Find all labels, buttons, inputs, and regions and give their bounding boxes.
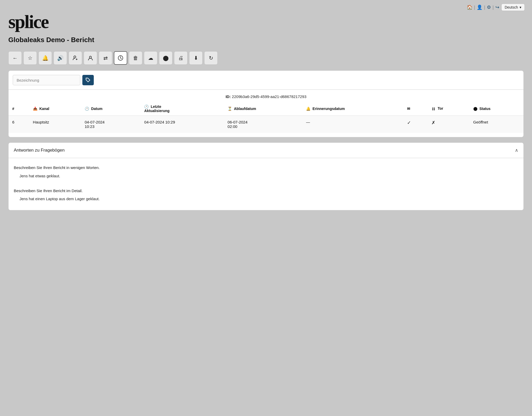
col-kanal: 📥 Kanal	[29, 102, 81, 116]
table-header-row: # 📥 Kanal 🕐 Datum 🕐 LetzteAktualisierung	[9, 102, 523, 116]
logout-icon[interactable]: ↪	[495, 4, 499, 10]
question-2: Beschreiben Sie Ihren Bericht im Detail.	[14, 187, 518, 194]
col-datum: 🕐 Datum	[81, 102, 141, 116]
language-label: Deutsch	[505, 5, 518, 9]
home-icon[interactable]: 🏠	[467, 4, 473, 10]
search-input[interactable]	[13, 75, 80, 85]
print-button[interactable]: 🖨	[174, 51, 188, 65]
user-icon[interactable]: 👤	[477, 4, 482, 10]
col-email: ✉	[403, 102, 428, 116]
cell-num: 6	[9, 116, 29, 133]
question-1: Beschreiben Sie Ihren Bericht in wenigen…	[14, 164, 518, 171]
svg-point-0	[74, 56, 76, 58]
col-letzte: 🕐 LetzteAktualisierung	[141, 102, 224, 116]
cell-datum: 04-07-202410:23	[81, 116, 141, 133]
svg-rect-6	[432, 108, 433, 109]
hourglass-icon: ⏳	[228, 107, 232, 111]
bell-button[interactable]: 🔔	[38, 51, 52, 65]
download-button[interactable]: ⬇	[189, 51, 203, 65]
trash-button[interactable]: 🗑	[129, 51, 142, 65]
add-user-button[interactable]	[69, 51, 82, 65]
tor-label: Tor	[438, 106, 443, 110]
page-title: Globaleaks Demo - Bericht	[8, 36, 524, 44]
separator-3: |	[493, 5, 494, 10]
circle-status-icon: ⬤	[473, 107, 477, 111]
main-content: splice Globaleaks Demo - Bericht ← ☆ 🔔 🔊…	[0, 12, 532, 219]
svg-rect-8	[432, 109, 433, 110]
svg-rect-7	[434, 108, 435, 109]
cell-letzte: 04-07-2024 10:29	[141, 116, 224, 133]
collapse-icon: ∧	[515, 147, 518, 153]
section-content: Beschreiben Sie Ihren Bericht in wenigen…	[8, 158, 524, 210]
separator-2: |	[484, 5, 485, 10]
svg-rect-9	[434, 109, 435, 110]
svg-point-5	[87, 79, 87, 79]
cell-ablauf: 06-07-202402:00	[224, 116, 302, 133]
app-logo: splice	[8, 12, 524, 31]
inbox-icon: 📥	[33, 107, 37, 111]
hash-label: #	[12, 107, 14, 111]
svg-point-3	[89, 56, 91, 58]
circle-button[interactable]: ⬤	[159, 51, 172, 65]
kanal-label: Kanal	[39, 107, 49, 111]
col-erinnerung: 🔔 Erinnerungsdatum	[302, 102, 403, 116]
erinnerung-label: Erinnerungsdatum	[312, 107, 345, 111]
star-button[interactable]: ☆	[23, 51, 37, 65]
separator-1: |	[474, 5, 475, 10]
answer-2: Jens hat einen Laptop aus dem Lager gekl…	[19, 196, 518, 202]
cell-kanal: Hauptsitz	[29, 116, 81, 133]
col-num: #	[9, 102, 29, 116]
speaker-button[interactable]: 🔊	[54, 51, 67, 65]
tor-cross-icon: ✗	[431, 120, 435, 125]
back-button[interactable]: ←	[8, 51, 22, 65]
cell-tor: ✗	[428, 116, 470, 133]
cell-erinnerung: —	[302, 116, 403, 133]
email-icon: ✉	[407, 107, 410, 111]
section-title: Antworten zu Fragebögen	[14, 148, 65, 153]
report-id-label: ID:	[225, 94, 231, 99]
language-select[interactable]: Deutsch ▾	[501, 4, 525, 11]
ablauf-label: Ablaufdatum	[234, 107, 256, 111]
antworten-section: Antworten zu Fragebögen ∧ Beschreiben Si…	[8, 142, 524, 210]
table-row: 6 Hauptsitz 04-07-202410:23 04-07-2024 1…	[9, 116, 523, 133]
report-id-value: 2209b3a6-29d5-4599-aa21-d68678217293	[232, 94, 307, 99]
answer-1: Jens hat etwas geklaut.	[19, 173, 518, 179]
nav-icons: 🏠 | 👤 | ⚙ | ↪	[467, 4, 499, 10]
report-table: # 📥 Kanal 🕐 Datum 🕐 LetzteAktualisierung	[9, 102, 523, 133]
user-circle-button[interactable]	[84, 51, 97, 65]
cell-status: Geöffnet	[470, 116, 523, 133]
settings-icon[interactable]: ⚙	[487, 4, 491, 10]
clock-icon-th: 🕐	[85, 107, 89, 111]
report-table-wrapper: ID: 2209b3a6-29d5-4599-aa21-d68678217293…	[8, 89, 524, 137]
clock-button[interactable]	[114, 51, 127, 65]
toolbar: ← ☆ 🔔 🔊 ⇄ 🗑 ☁ ⬤ 🖨	[8, 51, 524, 65]
report-id: ID: 2209b3a6-29d5-4599-aa21-d68678217293	[9, 90, 523, 102]
clock-icon-letzte: 🕐	[144, 105, 149, 109]
col-tor: Tor	[428, 102, 470, 116]
col-ablauf: ⏳ Ablaufdatum	[224, 102, 302, 116]
cell-email: ✓	[403, 116, 428, 133]
cloud-button[interactable]: ☁	[144, 51, 157, 65]
search-row	[8, 70, 524, 89]
email-check-icon: ✓	[407, 120, 411, 125]
refresh-button[interactable]: ↻	[204, 51, 218, 65]
tag-search-button[interactable]	[82, 75, 94, 85]
tor-icon	[431, 106, 436, 111]
section-header[interactable]: Antworten zu Fragebögen ∧	[8, 142, 524, 158]
datum-label: Datum	[91, 107, 103, 111]
col-status: ⬤ Status	[470, 102, 523, 116]
bell-icon-th: 🔔	[306, 107, 310, 111]
top-bar: 🏠 | 👤 | ⚙ | ↪ Deutsch ▾	[0, 0, 532, 12]
chevron-down-icon: ▾	[520, 5, 521, 9]
status-label: Status	[479, 107, 490, 111]
transfer-button[interactable]: ⇄	[99, 51, 112, 65]
